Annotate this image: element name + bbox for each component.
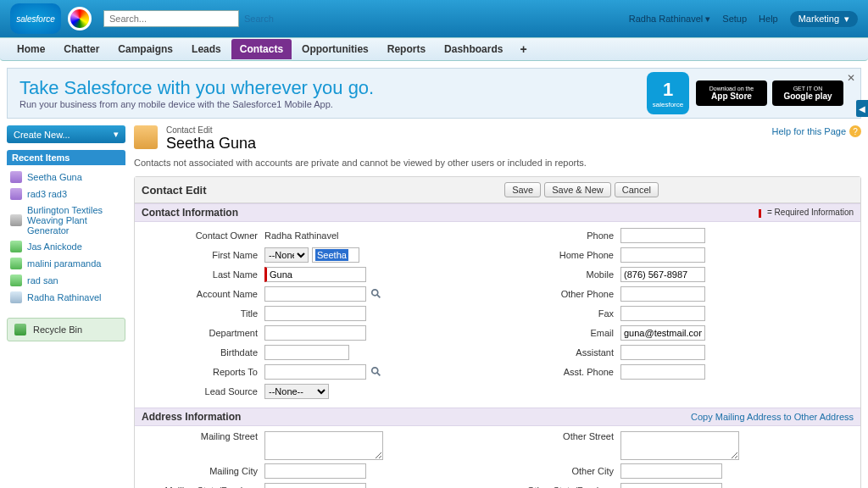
label-mailing-street: Mailing Street [142,431,264,441]
account-name-input[interactable] [264,286,366,302]
top-right-links: Radha Rathinavel ▾ Setup Help Marketing … [629,11,858,27]
other-phone-input[interactable] [620,286,705,302]
create-new-button[interactable]: Create New...▾ [7,125,125,143]
gear-icon [10,214,22,226]
recent-link[interactable]: rad3 rad3 [27,189,67,199]
section-contact-info: Contact Information = Required Informati… [135,203,860,222]
tab-home[interactable]: Home [8,39,53,59]
page-subtitle: Contact Edit [166,125,256,135]
reports-to-input[interactable] [264,364,366,380]
setup-link[interactable]: Setup [722,14,747,24]
lead-source-select[interactable]: --None-- [264,384,329,399]
recent-items-block: Recent Items Seetha Guna rad3 rad3 Burli… [7,150,125,309]
svg-line-1 [377,295,381,298]
required-text: = Required Information [765,208,854,217]
user-icon [10,291,22,303]
recent-link[interactable]: Radha Rathinavel [27,292,101,302]
recycle-bin[interactable]: Recycle Bin [7,318,125,341]
salutation-select[interactable]: --None-- [264,247,309,263]
side-panel-toggle[interactable]: ◀ [856,100,868,117]
tab-opportunities[interactable]: Opportunities [293,39,377,59]
recent-item: Radha Rathinavel [8,289,124,306]
user-menu[interactable]: Radha Rathinavel ▾ [629,14,711,25]
svg-point-2 [372,368,378,374]
tab-chatter[interactable]: Chatter [55,39,108,59]
chevron-down-icon: ▾ [844,14,849,25]
label-home-phone: Home Phone [498,250,620,260]
label-account: Account Name [142,289,264,299]
label-assistant: Assistant [498,347,620,358]
global-search: Search [103,10,274,27]
value-owner: Radha Rathinavel [264,230,338,241]
mobile-input[interactable] [620,267,705,282]
tab-add[interactable]: + [513,40,533,58]
label-other-street: Other Street [498,431,620,441]
save-new-button[interactable]: Save & New [544,182,611,197]
recent-link[interactable]: Seetha Guna [27,172,82,182]
fax-input[interactable] [620,306,705,321]
contact-icon [10,188,22,200]
search-button[interactable]: Search [244,14,274,24]
recent-link[interactable]: rad san [27,275,58,286]
edit-form: Contact Edit Save Save & New Cancel Cont… [134,176,861,488]
label-other-phone: Other Phone [498,289,620,299]
salesforce-logo: salesforce [10,3,61,34]
email-input[interactable] [620,325,705,341]
mailing-city-input[interactable] [264,463,366,479]
asst-phone-input[interactable] [620,364,705,380]
first-name-input[interactable]: Seetha [312,247,359,263]
lead-icon [10,258,22,269]
help-icon: ? [849,125,861,137]
mailing-street-input[interactable] [264,431,383,460]
banner-subtitle: Run your business from any mobile device… [19,99,374,109]
app-switcher[interactable]: Marketing ▾ [790,11,858,27]
cancel-button[interactable]: Cancel [615,182,659,197]
label-birthdate: Birthdate [142,347,264,358]
tab-leads[interactable]: Leads [183,39,230,59]
sf1-icon: 1salesforce [647,72,689,114]
copy-address-link[interactable]: Copy Mailing Address to Other Address [691,412,854,422]
tab-dashboards[interactable]: Dashboards [436,39,511,59]
chevron-down-icon: ▾ [114,129,119,140]
banner-text: Take Salesforce with you wherever you go… [19,77,374,109]
tab-campaigns[interactable]: Campaigns [109,39,181,59]
last-name-input[interactable] [264,267,366,282]
search-input[interactable] [103,10,239,27]
recent-link[interactable]: Burlington Textiles Weaving Plant Genera… [27,205,122,236]
department-input[interactable] [264,325,366,341]
other-street-input[interactable] [620,431,739,460]
tab-reports[interactable]: Reports [379,39,434,59]
recent-item: rad san [8,272,124,289]
page-header: Contact Edit Seetha Guna Help for this P… [134,125,861,152]
recent-item: Jas Anickode [8,238,124,255]
label-title: Title [142,308,264,319]
title-input[interactable] [264,306,366,321]
rainbow-icon [68,7,92,30]
recent-link[interactable]: Jas Anickode [27,241,82,252]
assistant-input[interactable] [620,345,705,360]
recent-link[interactable]: malini paramanda [27,258,101,269]
birthdate-input[interactable] [264,345,349,360]
label-owner: Contact Owner [142,230,264,241]
other-city-input[interactable] [620,463,722,479]
page-title: Seetha Guna [166,135,256,152]
label-department: Department [142,328,264,338]
help-link[interactable]: Help [759,14,778,24]
lookup-icon[interactable] [370,365,383,379]
banner-title: Take Salesforce with you wherever you go… [19,77,374,99]
lookup-icon[interactable] [370,287,383,301]
banner-close-icon[interactable]: ✕ [847,72,855,84]
googleplay-badge[interactable]: GET IT ONGoogle play [772,80,843,106]
svg-point-0 [372,290,378,296]
tab-contacts[interactable]: Contacts [231,39,292,59]
recent-item: Seetha Guna [8,169,124,186]
label-fax: Fax [498,308,620,319]
mailing-state-input[interactable] [264,483,366,488]
recent-item: rad3 rad3 [8,186,124,202]
appstore-badge[interactable]: Download on theApp Store [696,80,767,106]
save-button[interactable]: Save [504,182,541,197]
phone-input[interactable] [620,228,705,243]
other-state-input[interactable] [620,483,722,488]
home-phone-input[interactable] [620,247,705,263]
page-help-link[interactable]: Help for this Page? [772,125,861,137]
